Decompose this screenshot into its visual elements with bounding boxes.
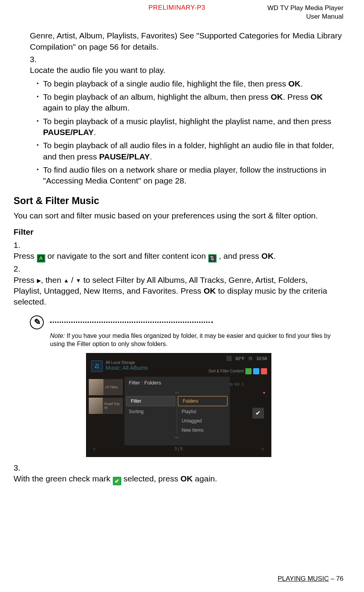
bottom-nav: ‹ 3 | 5 › <box>86 445 271 453</box>
confirm-check-button[interactable]: ✔ <box>252 408 264 419</box>
breadcrumb: All Local Storage <box>106 360 148 365</box>
page-footer: PLAYING MUSIC – 76 <box>278 575 343 583</box>
screen-title: Music: All Albums <box>106 365 148 371</box>
filter-subheading: Filter <box>14 227 343 237</box>
device-ui-screenshot: 82°F ◷ 10:58 ♫ All Local Storage Music: … <box>86 353 271 457</box>
sorting-tab[interactable]: Sorting <box>124 407 177 416</box>
a-button-icon: A <box>37 254 45 263</box>
sort-filter-icon: ⇅ <box>208 254 217 263</box>
page-header: PRELIMINARY-P3 WD TV Play Media Player U… <box>14 4 343 21</box>
filter-step-2: 2. Press ▶, then ▲ / ▼ to select Filter … <box>14 263 343 307</box>
note-text: Note: If you have your media files organ… <box>50 332 343 348</box>
footer-section: PLAYING MUSIC <box>278 575 329 582</box>
filter-steps-list-cont: 3. With the green check mark ✔ selected,… <box>14 462 343 485</box>
step-number: 2. <box>14 263 27 274</box>
filter-panel: Filter : Folders ︿ Filter Sorting Folder… <box>124 377 230 445</box>
product-name: WD TV Play Media Player <box>267 4 343 12</box>
bullet-single-file: To begin playback of a single audio file… <box>37 78 343 89</box>
manual-page: PRELIMINARY-P3 WD TV Play Media Player U… <box>0 0 364 592</box>
clock-time: 10:58 <box>256 356 267 361</box>
note-divider <box>50 322 213 323</box>
music-icon: ♫ <box>91 360 103 372</box>
footer-page: – 76 <box>329 575 343 582</box>
main-steps-list: 3. Locate the audio file you want to pla… <box>30 54 343 187</box>
sort-filter-button-label[interactable]: Sort & Filter Content <box>209 369 244 373</box>
sort-filter-lead: You can sort and filter music based on y… <box>14 210 343 221</box>
option-untagged[interactable]: Untagged <box>177 416 230 426</box>
green-check-icon: ✔ <box>113 477 121 485</box>
preliminary-stamp: PRELIMINARY-P3 <box>148 4 205 12</box>
album-thumbnails: All Titles Road Trip M <box>89 379 123 416</box>
step-number: 1. <box>14 240 27 251</box>
step-3: 3. Locate the audio file you want to pla… <box>30 54 343 187</box>
step-text: Locate the audio file you want to play. <box>30 65 329 76</box>
filter-panel-title: Filter : Folders <box>124 377 230 389</box>
bullet-playlist: To begin playback of a music playlist, h… <box>37 116 343 138</box>
thumb-all-titles[interactable]: All Titles <box>89 379 123 395</box>
next-page-chevron[interactable]: › <box>262 445 264 453</box>
page-counter: 3 | 5 <box>174 446 183 451</box>
document-type: User Manual <box>267 12 343 21</box>
filter-tab[interactable]: Filter <box>126 396 175 406</box>
step-3-bullets: To begin playback of a single audio file… <box>37 78 343 187</box>
step-number: 3. <box>14 462 27 473</box>
scroll-up-chevron[interactable]: ︿ <box>124 389 230 395</box>
bullet-album: To begin playback of an album, highlight… <box>37 92 343 114</box>
step-number: 3. <box>30 54 43 65</box>
filter-steps-list: 1. Press A or navigate to the sort and f… <box>14 240 343 308</box>
option-folders[interactable]: Folders <box>178 396 228 406</box>
filter-step-3: 3. With the green check mark ✔ selected,… <box>14 462 343 485</box>
up-arrow-icon: ▲ <box>64 277 69 284</box>
option-playlist[interactable]: Playlist <box>177 407 230 416</box>
embedded-screenshot: 82°F ◷ 10:58 ♫ All Local Storage Music: … <box>14 353 343 457</box>
bullet-network: To find audio files on a network share o… <box>37 164 343 187</box>
corner-icon-red[interactable] <box>261 368 267 374</box>
down-arrow-icon: ▼ <box>76 277 81 284</box>
status-bar: 82°F ◷ 10:58 <box>226 356 267 361</box>
continued-paragraph: Genre, Artist, Album, Playlists, Favorit… <box>30 30 343 52</box>
option-new-items[interactable]: New Items <box>177 426 230 435</box>
content-body: Genre, Artist, Album, Playlists, Favorit… <box>30 30 343 186</box>
corner-icons <box>245 368 267 374</box>
note-block: ✎ Note: If you have your media files org… <box>30 315 343 348</box>
header-product-info: WD TV Play Media Player User Manual <box>267 4 343 21</box>
thumb-road-trip[interactable]: Road Trip M <box>89 398 123 414</box>
clock-icon: ◷ <box>248 356 252 361</box>
corner-icon-green[interactable] <box>245 368 252 374</box>
right-arrow-icon: ▶ <box>37 277 41 284</box>
corner-icon-blue[interactable] <box>253 368 259 374</box>
favorite-heart-icon[interactable]: ♥ <box>263 391 266 395</box>
bullet-folder: To begin playback of all audio files in … <box>37 140 343 162</box>
note-icon: ✎ <box>29 314 45 331</box>
filter-step-1: 1. Press A or navigate to the sort and f… <box>14 240 343 263</box>
scroll-down-chevron[interactable]: ﹀ <box>124 435 230 441</box>
sort-filter-heading: Sort & Filter Music <box>14 195 343 206</box>
weather-icon <box>226 356 232 361</box>
temperature: 82°F <box>236 356 245 361</box>
prev-page-chevron[interactable]: ‹ <box>93 445 96 453</box>
